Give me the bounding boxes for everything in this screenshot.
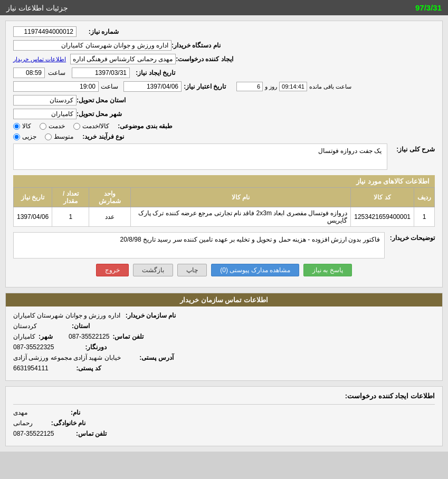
- need-number-row: شماره نیاز:: [13, 26, 435, 37]
- back-button[interactable]: بازگشت: [133, 264, 173, 276]
- table-cell-unit: عدد: [89, 207, 130, 227]
- need-number-input[interactable]: [13, 26, 77, 37]
- creator-family-value: رحمانی: [13, 419, 33, 427]
- create-time-label: ساعت: [48, 69, 65, 76]
- remain-box: ساعت باقی مانده 09:14:41 روز و 6: [236, 82, 351, 91]
- col-date: تاریخ نیاز: [14, 188, 52, 207]
- category-kala-khedmat[interactable]: کالا/خدمت: [73, 122, 109, 130]
- contact-city-label: شهر:: [39, 333, 53, 340]
- page-title: جزئیات اطلاعات نیاز: [6, 4, 68, 12]
- main-form-section: شماره نیاز: نام دستگاه خریدار: ایجاد کنن…: [5, 21, 443, 288]
- creator-family-row: نام خانوادگی: رحمانی: [13, 419, 435, 427]
- table-cell-date: 1397/04/06: [14, 207, 52, 227]
- exit-button[interactable]: خروج: [96, 264, 129, 276]
- creator-family-label: نام خانوادگی:: [38, 419, 85, 427]
- creator-phone-row: تلفن تماس: 087-35522125: [13, 430, 435, 437]
- contact-city-item: شهر: کامیاران: [13, 333, 53, 340]
- contact-postal-label: کد پستی:: [54, 365, 101, 372]
- category-label: طبقه بندی موضوعی:: [118, 122, 173, 130]
- table-cell-name: دروازه فوتسال مفصری ابعاد 2x3m فاقد نام …: [130, 207, 351, 227]
- expiry-date-row: ساعت باقی مانده 09:14:41 روز و 6 تاریخ ا…: [13, 81, 435, 92]
- contact-province-row: استان: کردستان: [13, 322, 435, 330]
- col-name: نام کالا: [130, 188, 351, 207]
- contact-city-phone-row: تلفن تماس: 087-35522125 شهر: کامیاران: [13, 333, 435, 340]
- print-button[interactable]: چاپ: [177, 264, 207, 276]
- category-khedmat-label: خدمت: [49, 122, 65, 130]
- reply-button[interactable]: پاسخ به نیاز: [303, 264, 352, 276]
- description-text: یک جفت دروازه فوتسال: [318, 147, 382, 155]
- remain-days-label: روز و: [265, 83, 277, 90]
- category-kala-radio[interactable]: [13, 123, 20, 130]
- notes-label: توضیحات خریدار:: [390, 234, 435, 242]
- creator-input[interactable]: [70, 54, 176, 64]
- contact-section: اطلاعات تماس سازمان خریدار نام سازمان خر…: [5, 293, 443, 381]
- contact-body: نام سازمان خریدار: اداره ورزش و جوانان ش…: [6, 306, 442, 380]
- notes-box: فاکتور بدون ارزش افزوده - هزینه حمل و تح…: [13, 232, 385, 258]
- creator-info-title: اطلاعات ایجاد کننده درخواست:: [13, 392, 435, 400]
- category-kala[interactable]: کالا: [13, 122, 31, 130]
- creator-phone-value: 087-35522125: [13, 430, 54, 437]
- purchase-type-row: نوع فرآیند خرید: متوسط جزیی: [13, 133, 435, 140]
- contact-org-row: نام سازمان خریدار: اداره ورزش و جوانان ش…: [13, 312, 435, 319]
- contact-phone-item: تلفن تماس: 087-35522125: [69, 333, 144, 340]
- buyer-org-input[interactable]: [13, 40, 171, 51]
- expiry-date-label: تاریخ اعتبار نیاز:: [184, 83, 226, 90]
- table-cell-row: 1: [414, 207, 435, 227]
- category-kala-khedmat-radio[interactable]: [73, 123, 80, 130]
- contact-fax-row: دورنگار: 087-35522325: [13, 343, 435, 351]
- contact-org-label: نام سازمان خریدار:: [126, 312, 176, 319]
- purchase-motovaset[interactable]: متوسط: [45, 133, 73, 140]
- city-row: شهر محل تحویل:: [13, 109, 435, 119]
- table-cell-code: 1253421659400001: [351, 207, 414, 227]
- col-unit: واحد شمارش: [89, 188, 130, 207]
- items-section-title: اطلاعات کالاهای مورد نیاز: [13, 175, 435, 187]
- remain-time-value: 09:14:41: [279, 82, 307, 91]
- description-label: شرح کلی نیاز:: [393, 146, 435, 153]
- contact-city-value: کامیاران: [13, 333, 35, 340]
- contact-address-row: آدرس پستی: خیابان شهید آزادی مجموعه ورزش…: [13, 354, 435, 361]
- expiry-date-input[interactable]: [123, 81, 182, 92]
- province-row: استان محل تحویل:: [13, 95, 435, 106]
- notes-text: فاکتور بدون ارزش افزوده - هزینه حمل و تح…: [120, 236, 380, 243]
- creator-name-value: مهدی: [13, 409, 27, 416]
- category-row: طبقه بندی موضوعی: کالا/خدمت خدمت کالا: [13, 122, 435, 130]
- expiry-time-input[interactable]: [13, 81, 99, 92]
- contact-address-value: خیابان شهید آزادی مجموعه ورزشی آزادی: [13, 354, 121, 361]
- create-date-input[interactable]: [72, 68, 130, 78]
- category-khedmat-radio[interactable]: [40, 123, 46, 130]
- creator-row: ایجاد کننده درخواست: اطلاعات تماس خریدار: [13, 54, 435, 64]
- purchase-jozi[interactable]: جزیی: [13, 133, 36, 140]
- contact-phone-label: تلفن تماس:: [112, 333, 143, 340]
- buyer-org-row: نام دستگاه خریدار:: [13, 40, 435, 51]
- view-docs-button[interactable]: مشاهده مدارک پیوستی (0): [211, 264, 299, 276]
- contact-link[interactable]: اطلاعات تماس خریدار: [13, 56, 66, 63]
- date-display: 97/3/31: [415, 3, 442, 12]
- province-input[interactable]: [13, 95, 77, 106]
- contact-province-label: استان:: [42, 322, 90, 330]
- contact-org-value: اداره ورزش و جوانان شهرستان کامیاران: [13, 312, 120, 319]
- purchase-type-label: نوع فرآیند خرید:: [82, 133, 124, 140]
- contact-postal-value: 6631954111: [13, 365, 49, 372]
- items-table: ردیف کد کالا نام کالا واحد شمارش تعداد /…: [13, 187, 435, 227]
- category-khedmat[interactable]: خدمت: [40, 122, 65, 130]
- top-bar: 97/3/31 جزئیات اطلاعات نیاز: [0, 0, 448, 15]
- col-code: کد کالا: [351, 188, 414, 207]
- need-number-label: شماره نیاز:: [77, 28, 119, 35]
- contact-title: اطلاعات تماس سازمان خریدار: [6, 293, 442, 306]
- creator-name-row: نام: مهدی: [13, 409, 435, 416]
- table-row: 11253421659400001دروازه فوتسال مفصری ابع…: [14, 207, 435, 227]
- contact-fax-value: 087-35522325: [13, 343, 54, 351]
- col-row: ردیف: [414, 188, 435, 207]
- create-date-row: تاریخ ایجاد نیاز: ساعت: [13, 68, 435, 78]
- purchase-jozi-radio[interactable]: [13, 133, 20, 140]
- city-input[interactable]: [13, 109, 77, 119]
- create-time-input[interactable]: [13, 68, 45, 78]
- contact-fax-label: دورنگار:: [59, 343, 107, 351]
- purchase-jozi-label: جزیی: [22, 133, 36, 140]
- description-box: یک جفت دروازه فوتسال: [13, 143, 387, 170]
- purchase-motovaset-radio[interactable]: [45, 133, 52, 140]
- items-section: اطلاعات کالاهای مورد نیاز ردیف کد کالا ن…: [13, 175, 435, 227]
- city-label: شهر محل تحویل:: [77, 110, 122, 118]
- contact-postal-row: کد پستی: 6631954111: [13, 365, 435, 372]
- contact-phone-value: 087-35522125: [69, 333, 109, 340]
